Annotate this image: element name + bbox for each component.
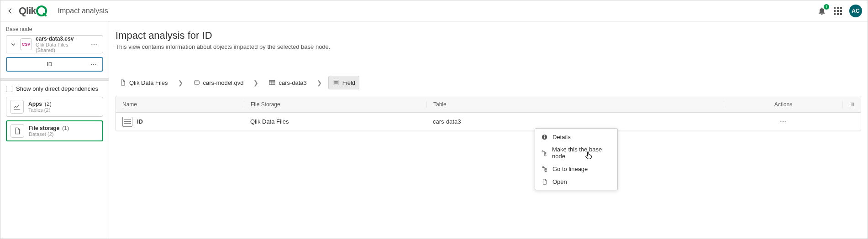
checkbox-label: Show only direct dependencies (16, 85, 98, 92)
crumb-label: Qlik Data Files (129, 79, 168, 86)
svg-point-5 (95, 64, 96, 65)
chevron-right-icon: ❯ (178, 79, 183, 86)
category-apps[interactable]: Apps(2) Tables (2) (6, 97, 103, 117)
app-launcher-icon[interactable] (834, 7, 842, 15)
info-icon (541, 133, 548, 140)
base-node-title: cars-data3.csv (36, 36, 85, 42)
chart-icon (10, 100, 24, 114)
svg-rect-9 (850, 103, 853, 106)
table-header: Name File Storage Table Actions (116, 96, 861, 113)
svg-rect-7 (269, 80, 275, 84)
tree-icon (541, 165, 548, 172)
svg-point-12 (785, 121, 786, 122)
user-avatar[interactable]: AC (849, 5, 862, 17)
main-heading: Impact analysis for ID (116, 30, 861, 42)
ctx-item-label: Open (552, 178, 567, 185)
category-subtitle: Tables (2) (28, 107, 52, 113)
main-subtitle: This view contains information about obj… (116, 43, 861, 50)
svg-point-3 (91, 64, 92, 65)
svg-point-10 (780, 121, 781, 122)
col-header-table[interactable]: Table (426, 101, 724, 108)
field-icon (122, 117, 132, 127)
back-button[interactable] (6, 6, 15, 16)
qlik-logo-text: Qlik (19, 5, 36, 17)
crumb-cars-model-qvd[interactable]: cars-model.qvd (189, 76, 247, 89)
svg-point-0 (91, 44, 92, 45)
crumb-label: Field (342, 79, 355, 86)
main-content: Impact analysis for ID This view contain… (109, 21, 868, 239)
col-header-name[interactable]: Name (116, 101, 244, 108)
crumb-cars-data3[interactable]: cars-data3 (265, 76, 310, 89)
crumb-label: cars-model.qvd (203, 79, 244, 86)
svg-rect-15 (544, 135, 544, 135)
category-count: (1) (62, 125, 69, 131)
tree-icon (541, 149, 547, 156)
row-actions-button[interactable] (778, 117, 788, 127)
base-node-card[interactable]: CSV cars-data3.csv Qlik Data Files (Shar… (6, 35, 103, 53)
table-column-settings-button[interactable] (842, 101, 861, 108)
crumb-qlik-data-files[interactable]: Qlik Data Files (116, 76, 172, 89)
category-count: (2) (45, 101, 52, 107)
sidebar-section-label: Base node (6, 26, 103, 32)
child-node-more-button[interactable] (89, 59, 99, 69)
page-title: Impact analysis (58, 7, 108, 15)
qlik-logo[interactable]: Qlik (19, 5, 47, 17)
crumb-label: cars-data3 (279, 79, 306, 86)
direct-dependencies-checkbox[interactable]: Show only direct dependencies (6, 85, 103, 92)
cell-storage: Qlik Data Files (244, 118, 426, 125)
svg-point-4 (93, 64, 94, 65)
child-node-card[interactable]: ID (6, 57, 103, 72)
category-title: Apps (28, 101, 42, 107)
ctx-item-details[interactable]: Details (535, 130, 617, 143)
svg-point-1 (94, 44, 95, 45)
base-node-subtitle: Qlik Data Files (Shared) (36, 42, 85, 53)
chevron-right-icon: ❯ (253, 79, 258, 86)
ctx-item-make-base-node[interactable]: Make this the base node (535, 143, 617, 162)
col-header-actions: Actions (724, 101, 842, 108)
file-icon (541, 178, 548, 185)
notification-badge: 1 (824, 4, 829, 10)
child-node-label: ID (11, 61, 89, 68)
csv-file-icon: CSV (20, 38, 32, 50)
actions-context-menu: Details Make this the base node Go to li… (535, 128, 618, 190)
col-header-storage[interactable]: File Storage (244, 101, 426, 108)
svg-point-2 (96, 44, 97, 45)
ctx-item-go-to-lineage[interactable]: Go to lineage (535, 162, 617, 175)
breadcrumb: Qlik Data Files ❯ cars-model.qvd ❯ cars-… (116, 73, 861, 92)
ctx-item-open[interactable]: Open (535, 175, 617, 188)
top-header: Qlik Impact analysis 1 AC (0, 0, 868, 21)
impact-table: Name File Storage Table Actions ID Qlik … (116, 96, 861, 131)
ctx-item-label: Details (552, 134, 571, 140)
svg-rect-6 (194, 81, 199, 84)
ctx-item-label: Go to lineage (552, 166, 588, 172)
sidebar: Base node CSV cars-data3.csv Qlik Data F… (0, 21, 109, 239)
category-file-storage[interactable]: File storage(1) Dataset (2) (6, 120, 103, 141)
table-row[interactable]: ID Qlik Data Files cars-data3 (116, 113, 861, 131)
qlik-logo-icon (36, 5, 47, 16)
svg-rect-14 (544, 136, 544, 138)
svg-point-11 (783, 121, 784, 122)
chevron-right-icon: ❯ (317, 79, 322, 86)
checkbox-icon (6, 86, 12, 92)
ctx-item-label: Make this the base node (552, 146, 612, 160)
notifications-button[interactable]: 1 (817, 6, 826, 16)
file-icon (11, 124, 24, 138)
cell-table: cars-data3 (426, 118, 724, 125)
category-title: File storage (29, 125, 59, 131)
category-subtitle: Dataset (2) (29, 131, 69, 137)
cell-name: ID (137, 118, 143, 125)
crumb-field[interactable]: Field (328, 76, 359, 89)
base-node-more-button[interactable] (89, 39, 99, 49)
chevron-down-icon[interactable] (10, 41, 16, 47)
